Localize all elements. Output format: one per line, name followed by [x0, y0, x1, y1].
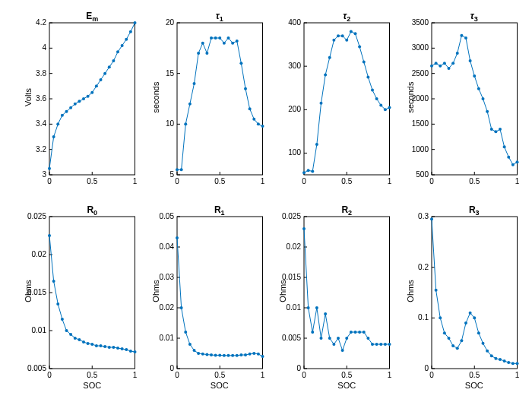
data-marker: [121, 44, 124, 47]
data-marker: [184, 122, 187, 125]
data-marker: [341, 34, 344, 37]
data-marker: [248, 353, 251, 356]
data-marker: [455, 347, 458, 350]
data-marker: [87, 95, 90, 98]
data-marker: [179, 168, 182, 171]
data-marker: [244, 87, 247, 90]
data-marker: [214, 36, 217, 40]
subplot-2: τ200.51100200300400: [304, 23, 390, 175]
data-marker: [74, 337, 77, 340]
x-tick-label: 1: [515, 371, 519, 379]
y-tick-label: 0.2: [418, 263, 429, 271]
data-marker: [82, 340, 85, 344]
data-marker: [499, 358, 502, 361]
data-marker: [384, 108, 387, 111]
plot-area: 00.5100.0050.010.0150.020.025: [304, 217, 390, 369]
data-marker: [332, 343, 335, 346]
svg-rect-67: [432, 217, 518, 369]
data-marker: [511, 163, 514, 166]
y-tick-label: 0.01: [32, 326, 47, 334]
svg-rect-11: [177, 23, 263, 175]
y-tick-label: 300: [288, 62, 301, 70]
data-marker: [82, 97, 85, 100]
data-marker: [507, 156, 510, 159]
data-marker: [231, 42, 234, 45]
data-marker: [337, 337, 340, 340]
data-marker: [447, 337, 450, 340]
data-marker: [192, 349, 195, 352]
data-marker: [95, 84, 98, 87]
data-marker: [95, 344, 98, 347]
data-marker: [116, 347, 119, 350]
data-marker: [464, 321, 467, 325]
data-marker: [328, 56, 331, 59]
data-marker: [252, 352, 255, 355]
data-marker: [499, 128, 502, 131]
data-marker: [379, 343, 382, 346]
data-marker: [302, 171, 306, 174]
y-axis-label: Ohms: [406, 215, 415, 367]
data-marker: [515, 362, 518, 365]
y-tick-label: 400: [288, 18, 301, 27]
data-marker: [460, 34, 463, 37]
plot-title: τ2: [304, 11, 390, 23]
x-tick-label: 0: [175, 177, 179, 185]
data-marker: [235, 40, 238, 43]
data-marker: [256, 122, 259, 125]
data-marker: [324, 312, 327, 315]
data-marker: [311, 331, 314, 334]
data-marker: [188, 343, 191, 346]
data-marker: [112, 59, 115, 62]
data-marker: [197, 52, 200, 55]
data-marker: [320, 102, 323, 105]
y-tick-label: 10: [165, 119, 174, 128]
data-marker: [345, 39, 348, 42]
y-tick-label: 0.02: [159, 303, 174, 312]
figure: EmVolts00.5133.23.43.63.844.2τ1seconds00…: [0, 0, 532, 399]
data-marker: [434, 62, 437, 65]
data-marker: [371, 89, 374, 92]
data-marker: [176, 168, 179, 171]
data-marker: [205, 52, 208, 55]
data-marker: [261, 355, 264, 358]
data-marker: [192, 82, 195, 85]
data-marker: [184, 331, 187, 334]
data-marker: [261, 125, 264, 128]
y-tick-label: 3.8: [36, 69, 46, 78]
data-marker: [311, 169, 314, 173]
data-marker: [371, 343, 374, 346]
data-marker: [489, 128, 492, 131]
subplot-0: EmVolts00.5133.23.43.63.844.2: [49, 23, 135, 175]
data-marker: [460, 339, 463, 342]
plot-area: 00.5133.23.43.63.844.2: [49, 23, 135, 175]
data-marker: [375, 343, 378, 346]
data-marker: [307, 306, 310, 309]
data-marker: [218, 36, 221, 40]
data-marker: [324, 74, 327, 77]
x-tick-label: 0: [175, 371, 179, 379]
x-tick-label: 0.5: [214, 371, 225, 379]
y-tick-label: 3.6: [36, 94, 46, 103]
data-marker: [52, 135, 55, 138]
data-marker: [210, 353, 213, 356]
y-tick-label: 4: [42, 43, 46, 52]
x-tick-label: 0.5: [87, 371, 97, 379]
data-marker: [125, 348, 128, 351]
data-marker: [56, 122, 59, 125]
y-tick-label: 0: [169, 364, 174, 372]
y-tick-label: 0.05: [159, 212, 174, 220]
x-tick-label: 1: [388, 371, 392, 379]
data-marker: [65, 329, 68, 332]
data-marker: [226, 354, 230, 357]
plot-area: 00.51100200300400: [304, 23, 390, 175]
x-tick-label: 1: [388, 177, 392, 185]
data-marker: [494, 357, 497, 360]
data-marker: [74, 103, 77, 106]
y-tick-label: 3.2: [36, 145, 46, 154]
data-marker: [363, 331, 366, 334]
data-marker: [222, 42, 225, 45]
data-marker: [112, 346, 115, 349]
data-marker: [90, 343, 93, 346]
data-marker: [375, 97, 378, 100]
x-tick-label: 0: [302, 177, 306, 185]
